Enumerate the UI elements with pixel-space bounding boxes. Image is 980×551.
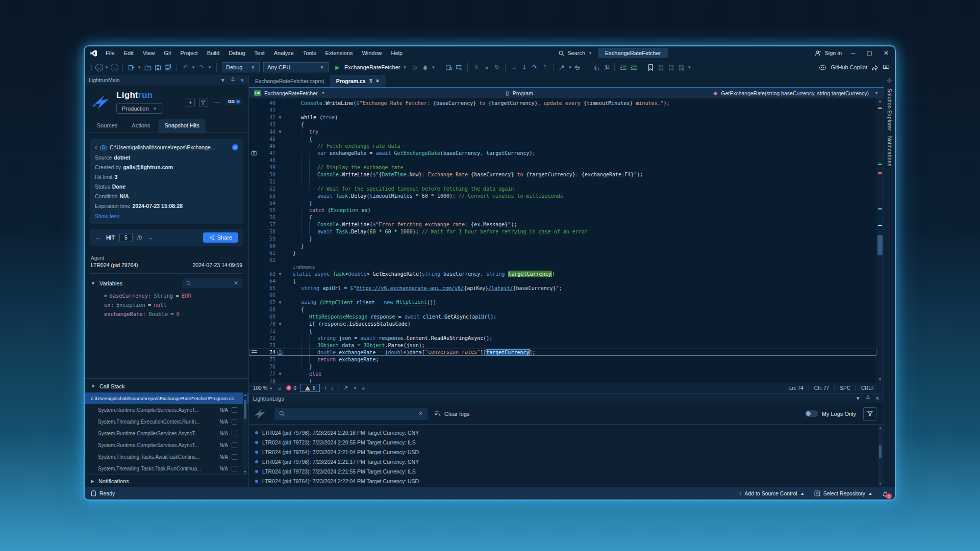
warning-count[interactable]: 6: [300, 384, 320, 392]
menu-item-help[interactable]: Help: [387, 48, 407, 58]
send-feedback-icon[interactable]: [871, 64, 878, 71]
code-line-70[interactable]: 70▼if (response.IsSuccessStatusCode): [249, 320, 876, 327]
maximize-button[interactable]: ▢: [867, 49, 872, 57]
line-indicator[interactable]: Ln: 74: [784, 385, 809, 391]
hit-number-input[interactable]: 5: [119, 233, 133, 242]
code-line-52[interactable]: 52// Wait for the specified timeout befo…: [249, 185, 876, 192]
code-line-46[interactable]: 46// Fetch exchange rate data: [249, 142, 876, 149]
variable-row[interactable]: ex:Exception=null: [85, 300, 248, 309]
breadcrumb-type[interactable]: Program: [513, 90, 533, 96]
code-line-49[interactable]: 49// Display the exchange rate: [249, 164, 876, 171]
frame-box-icon[interactable]: [232, 442, 237, 448]
code-fix-button[interactable]: [343, 385, 349, 391]
clear-search-icon[interactable]: ✕: [234, 280, 238, 286]
log-entry[interactable]: LTR024 (pid 79723): 7/23/2024 2:20:55 PM…: [252, 437, 884, 447]
copilot-label[interactable]: GitHub Copilot: [831, 64, 867, 70]
code-line-78[interactable]: 78{: [249, 377, 876, 383]
fold-chevron-icon[interactable]: ▼: [275, 372, 285, 376]
prev-hit-button[interactable]: ←: [95, 234, 102, 242]
toggle-bookmark-button[interactable]: [646, 63, 655, 72]
code-line-40[interactable]: 40Console.WriteLine($"Exchange Rate Fetc…: [249, 99, 876, 107]
menu-item-extensions[interactable]: Extensions: [321, 48, 357, 58]
menu-item-project[interactable]: Project: [176, 48, 202, 58]
step-into-button[interactable]: ⇣: [520, 63, 529, 72]
lightrun-tab-sources[interactable]: Sources: [91, 119, 123, 133]
fold-chevron-icon[interactable]: ▼: [275, 129, 285, 134]
undo-dropdown[interactable]: ▼: [191, 65, 196, 70]
snapshot-camera-gutter-icon[interactable]: [249, 150, 259, 155]
share-button[interactable]: Share: [203, 232, 238, 243]
lightrun-tab-snapshot-hits[interactable]: Snapshot Hits: [158, 119, 205, 133]
log-entry[interactable]: LTR024 (pid 79798): 7/23/2024 2:21:17 PM…: [252, 457, 884, 466]
feedback-person-icon[interactable]: [883, 64, 890, 71]
spell-check-button[interactable]: abc: [574, 63, 583, 72]
menu-item-file[interactable]: File: [102, 48, 119, 58]
callstack-frame[interactable]: System.Runtime.CompilerServices.AsyncT..…: [85, 428, 248, 439]
code-cleanup-button[interactable]: [558, 63, 566, 72]
my-logs-only-toggle[interactable]: My Logs Only: [805, 410, 856, 417]
collapse-margin-icon[interactable]: ◂: [362, 385, 364, 391]
log-entry[interactable]: LTR024 (pid 79798): 7/23/2024 2:20:16 PM…: [252, 428, 884, 437]
log-entry[interactable]: LTR024 (pid 79723): 7/23/2024 2:21:55 PM…: [252, 466, 884, 476]
run-to-cursor-button[interactable]: →: [510, 63, 518, 72]
code-line-51[interactable]: 51: [249, 178, 876, 185]
notifications-section[interactable]: ▶ Notifications: [85, 475, 248, 487]
logs-close-icon[interactable]: ✕: [875, 396, 880, 401]
snapshot-path[interactable]: C:\Users\galishalit\source\repos\Exchang…: [110, 144, 229, 150]
back-chevron-icon[interactable]: ‹: [95, 144, 97, 151]
code-editor[interactable]: 40Console.WriteLine($"Exchange Rate Fetc…: [249, 98, 876, 383]
add-action-button[interactable]: +: [186, 98, 195, 107]
panel-pin-icon[interactable]: [231, 77, 235, 83]
code-line-54[interactable]: 54}: [249, 199, 876, 206]
code-line-47[interactable]: 47var exchangeRate = await GetExchangeRa…: [249, 149, 876, 156]
health-indicator-icon[interactable]: ☺: [277, 385, 282, 391]
callstack-frame-selected[interactable]: c:\Users\galishalit\source\repos\Exchang…: [85, 392, 248, 404]
code-line-53[interactable]: 53await Task.Delay(timeoutMinutes * 60 *…: [249, 192, 876, 199]
code-line-75[interactable]: 75return exchangeRate;: [249, 356, 876, 363]
navigate-backward-code-button[interactable]: [591, 63, 600, 72]
code-line-71[interactable]: 71{: [249, 327, 876, 334]
hot-reload-button[interactable]: [421, 63, 430, 72]
prev-bookmark-button[interactable]: [657, 63, 665, 72]
breadcrumb-project[interactable]: ExchangeRateFetcher: [264, 90, 317, 96]
error-count[interactable]: ✕0: [286, 385, 296, 391]
decrease-indent-button[interactable]: [619, 63, 627, 72]
gutter-menu-icon[interactable]: [249, 350, 259, 354]
clear-bookmarks-button[interactable]: [677, 63, 686, 72]
configuration-select[interactable]: Debug▼: [222, 62, 260, 72]
menu-item-tools[interactable]: Tools: [299, 48, 320, 58]
close-button[interactable]: ✕: [884, 49, 889, 57]
step-over-button[interactable]: ↷: [530, 63, 539, 72]
code-cleanup-dropdown[interactable]: ▼: [568, 65, 572, 70]
clear-search-icon[interactable]: ✕: [418, 410, 423, 417]
code-line-73[interactable]: 73JObject data = JObject.Parse(json);: [249, 342, 876, 349]
sign-in-button[interactable]: Sign in: [815, 50, 842, 56]
add-to-source-control-button[interactable]: ↑ Add to Source Control ▲: [739, 490, 805, 496]
code-line-44[interactable]: 44▼try: [249, 128, 876, 135]
live-share-button[interactable]: [455, 63, 463, 72]
variable-row[interactable]: ∞baseCurrency:String=EUR: [85, 291, 248, 300]
zoom-level-select[interactable]: 100 % ▼: [253, 385, 273, 391]
step-out-button[interactable]: ⇡: [540, 63, 549, 72]
callstack-scrollbar[interactable]: ▲▼: [243, 392, 247, 475]
code-line-55[interactable]: 55catch (Exception ex): [249, 206, 876, 214]
code-line-45[interactable]: 45{: [249, 135, 876, 142]
start-debugging-button[interactable]: ▶ ExchangeRateFetcher ▼: [331, 62, 409, 73]
navigate-back-button[interactable]: ←: [95, 64, 103, 71]
pin-tab-icon[interactable]: ⊼: [369, 78, 373, 84]
stop-button[interactable]: ■: [482, 63, 491, 72]
menu-item-git[interactable]: Git: [160, 48, 175, 58]
code-line-58[interactable]: 58await Task.Delay(60 * 60 * 1000); // W…: [249, 228, 876, 235]
callstack-frame[interactable]: System.Threading.Tasks.AwaitTaskContinu.…: [85, 451, 248, 463]
code-line-50[interactable]: 50Console.WriteLine($"{DateTime.Now}: Ex…: [249, 171, 876, 178]
logs-filter-button[interactable]: [863, 407, 876, 421]
fold-chevron-icon[interactable]: ▼: [275, 300, 285, 305]
logs-pin-icon[interactable]: [866, 396, 870, 401]
spaces-indicator[interactable]: SPC: [834, 385, 856, 391]
select-repository-button[interactable]: Select Repository ▲: [814, 490, 873, 496]
increase-indent-button[interactable]: [629, 63, 638, 72]
code-line-63[interactable]: 63▼static async Task<double> GetExchange…: [249, 270, 876, 277]
more-options-button[interactable]: ⋯: [212, 98, 221, 107]
new-project-dropdown[interactable]: ▼: [137, 65, 142, 70]
callstack-header[interactable]: ▼ Call Stack: [85, 378, 248, 392]
